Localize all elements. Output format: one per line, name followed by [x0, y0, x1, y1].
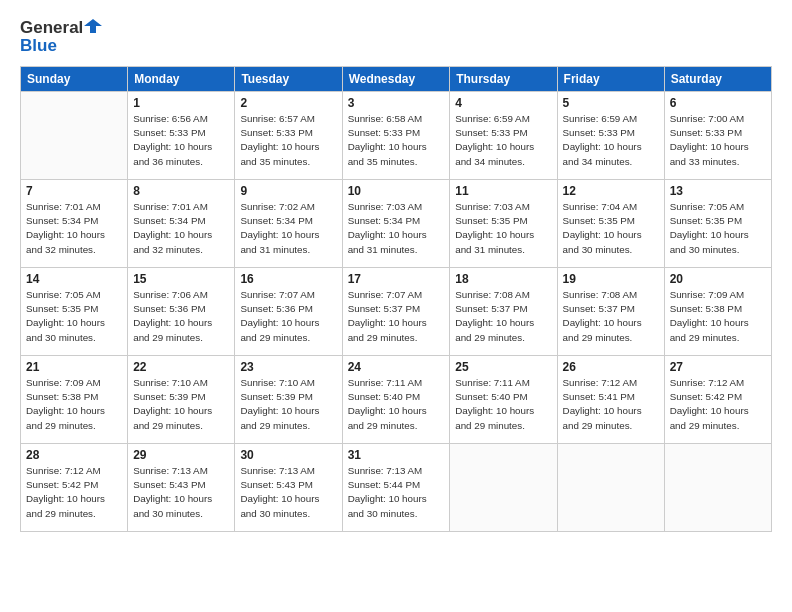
day-info: Sunrise: 6:59 AM Sunset: 5:33 PM Dayligh…: [563, 112, 659, 169]
calendar-cell: [664, 444, 771, 532]
col-header-thursday: Thursday: [450, 67, 557, 92]
day-number: 21: [26, 360, 122, 374]
calendar-cell: 6Sunrise: 7:00 AM Sunset: 5:33 PM Daylig…: [664, 92, 771, 180]
day-info: Sunrise: 7:12 AM Sunset: 5:41 PM Dayligh…: [563, 376, 659, 433]
day-info: Sunrise: 7:09 AM Sunset: 5:38 PM Dayligh…: [26, 376, 122, 433]
day-number: 17: [348, 272, 445, 286]
day-number: 16: [240, 272, 336, 286]
day-info: Sunrise: 7:04 AM Sunset: 5:35 PM Dayligh…: [563, 200, 659, 257]
col-header-saturday: Saturday: [664, 67, 771, 92]
calendar-cell: 28Sunrise: 7:12 AM Sunset: 5:42 PM Dayli…: [21, 444, 128, 532]
day-info: Sunrise: 7:12 AM Sunset: 5:42 PM Dayligh…: [670, 376, 766, 433]
day-number: 20: [670, 272, 766, 286]
week-row-3: 14Sunrise: 7:05 AM Sunset: 5:35 PM Dayli…: [21, 268, 772, 356]
day-info: Sunrise: 7:13 AM Sunset: 5:43 PM Dayligh…: [133, 464, 229, 521]
calendar-cell: 24Sunrise: 7:11 AM Sunset: 5:40 PM Dayli…: [342, 356, 450, 444]
day-number: 4: [455, 96, 551, 110]
logo-bird-icon: [84, 17, 102, 35]
day-number: 18: [455, 272, 551, 286]
day-number: 9: [240, 184, 336, 198]
calendar-cell: 1Sunrise: 6:56 AM Sunset: 5:33 PM Daylig…: [128, 92, 235, 180]
day-info: Sunrise: 7:08 AM Sunset: 5:37 PM Dayligh…: [455, 288, 551, 345]
calendar-cell: [450, 444, 557, 532]
day-number: 5: [563, 96, 659, 110]
week-row-5: 28Sunrise: 7:12 AM Sunset: 5:42 PM Dayli…: [21, 444, 772, 532]
day-info: Sunrise: 6:58 AM Sunset: 5:33 PM Dayligh…: [348, 112, 445, 169]
day-info: Sunrise: 7:03 AM Sunset: 5:34 PM Dayligh…: [348, 200, 445, 257]
day-number: 26: [563, 360, 659, 374]
logo-general: General: [20, 18, 83, 38]
day-number: 22: [133, 360, 229, 374]
week-row-2: 7Sunrise: 7:01 AM Sunset: 5:34 PM Daylig…: [21, 180, 772, 268]
day-info: Sunrise: 7:12 AM Sunset: 5:42 PM Dayligh…: [26, 464, 122, 521]
week-row-4: 21Sunrise: 7:09 AM Sunset: 5:38 PM Dayli…: [21, 356, 772, 444]
day-number: 10: [348, 184, 445, 198]
day-number: 7: [26, 184, 122, 198]
day-info: Sunrise: 7:10 AM Sunset: 5:39 PM Dayligh…: [240, 376, 336, 433]
calendar-cell: [557, 444, 664, 532]
day-number: 27: [670, 360, 766, 374]
day-info: Sunrise: 7:01 AM Sunset: 5:34 PM Dayligh…: [133, 200, 229, 257]
calendar-cell: 10Sunrise: 7:03 AM Sunset: 5:34 PM Dayli…: [342, 180, 450, 268]
day-number: 25: [455, 360, 551, 374]
col-header-monday: Monday: [128, 67, 235, 92]
calendar-cell: 7Sunrise: 7:01 AM Sunset: 5:34 PM Daylig…: [21, 180, 128, 268]
calendar-cell: 19Sunrise: 7:08 AM Sunset: 5:37 PM Dayli…: [557, 268, 664, 356]
calendar-cell: 12Sunrise: 7:04 AM Sunset: 5:35 PM Dayli…: [557, 180, 664, 268]
calendar-cell: 11Sunrise: 7:03 AM Sunset: 5:35 PM Dayli…: [450, 180, 557, 268]
calendar-cell: 13Sunrise: 7:05 AM Sunset: 5:35 PM Dayli…: [664, 180, 771, 268]
calendar-cell: 5Sunrise: 6:59 AM Sunset: 5:33 PM Daylig…: [557, 92, 664, 180]
header: General Blue: [20, 18, 772, 56]
day-info: Sunrise: 7:13 AM Sunset: 5:44 PM Dayligh…: [348, 464, 445, 521]
calendar-header-row: SundayMondayTuesdayWednesdayThursdayFrid…: [21, 67, 772, 92]
calendar-cell: 29Sunrise: 7:13 AM Sunset: 5:43 PM Dayli…: [128, 444, 235, 532]
day-number: 6: [670, 96, 766, 110]
calendar-cell: 15Sunrise: 7:06 AM Sunset: 5:36 PM Dayli…: [128, 268, 235, 356]
day-number: 19: [563, 272, 659, 286]
calendar-cell: 16Sunrise: 7:07 AM Sunset: 5:36 PM Dayli…: [235, 268, 342, 356]
day-number: 29: [133, 448, 229, 462]
day-number: 8: [133, 184, 229, 198]
calendar-cell: 25Sunrise: 7:11 AM Sunset: 5:40 PM Dayli…: [450, 356, 557, 444]
day-number: 3: [348, 96, 445, 110]
calendar-cell: 22Sunrise: 7:10 AM Sunset: 5:39 PM Dayli…: [128, 356, 235, 444]
calendar-cell: 14Sunrise: 7:05 AM Sunset: 5:35 PM Dayli…: [21, 268, 128, 356]
day-info: Sunrise: 7:05 AM Sunset: 5:35 PM Dayligh…: [670, 200, 766, 257]
day-info: Sunrise: 7:09 AM Sunset: 5:38 PM Dayligh…: [670, 288, 766, 345]
calendar-cell: 26Sunrise: 7:12 AM Sunset: 5:41 PM Dayli…: [557, 356, 664, 444]
calendar-cell: 18Sunrise: 7:08 AM Sunset: 5:37 PM Dayli…: [450, 268, 557, 356]
svg-marker-0: [84, 19, 102, 33]
calendar-cell: 20Sunrise: 7:09 AM Sunset: 5:38 PM Dayli…: [664, 268, 771, 356]
day-info: Sunrise: 7:06 AM Sunset: 5:36 PM Dayligh…: [133, 288, 229, 345]
calendar-cell: 8Sunrise: 7:01 AM Sunset: 5:34 PM Daylig…: [128, 180, 235, 268]
day-info: Sunrise: 7:07 AM Sunset: 5:37 PM Dayligh…: [348, 288, 445, 345]
calendar-cell: 21Sunrise: 7:09 AM Sunset: 5:38 PM Dayli…: [21, 356, 128, 444]
logo-blue: Blue: [20, 36, 57, 56]
day-info: Sunrise: 6:57 AM Sunset: 5:33 PM Dayligh…: [240, 112, 336, 169]
day-number: 11: [455, 184, 551, 198]
day-info: Sunrise: 7:11 AM Sunset: 5:40 PM Dayligh…: [455, 376, 551, 433]
day-number: 28: [26, 448, 122, 462]
day-number: 1: [133, 96, 229, 110]
page: General Blue SundayMondayTuesdayWednesda…: [0, 0, 792, 612]
calendar-cell: 2Sunrise: 6:57 AM Sunset: 5:33 PM Daylig…: [235, 92, 342, 180]
col-header-friday: Friday: [557, 67, 664, 92]
calendar-cell: 17Sunrise: 7:07 AM Sunset: 5:37 PM Dayli…: [342, 268, 450, 356]
day-number: 24: [348, 360, 445, 374]
day-info: Sunrise: 7:05 AM Sunset: 5:35 PM Dayligh…: [26, 288, 122, 345]
day-info: Sunrise: 7:03 AM Sunset: 5:35 PM Dayligh…: [455, 200, 551, 257]
day-number: 14: [26, 272, 122, 286]
col-header-wednesday: Wednesday: [342, 67, 450, 92]
day-number: 13: [670, 184, 766, 198]
col-header-tuesday: Tuesday: [235, 67, 342, 92]
day-number: 31: [348, 448, 445, 462]
day-number: 12: [563, 184, 659, 198]
day-info: Sunrise: 7:11 AM Sunset: 5:40 PM Dayligh…: [348, 376, 445, 433]
calendar-cell: 27Sunrise: 7:12 AM Sunset: 5:42 PM Dayli…: [664, 356, 771, 444]
day-info: Sunrise: 7:01 AM Sunset: 5:34 PM Dayligh…: [26, 200, 122, 257]
day-number: 15: [133, 272, 229, 286]
calendar-cell: 30Sunrise: 7:13 AM Sunset: 5:43 PM Dayli…: [235, 444, 342, 532]
calendar-cell: 4Sunrise: 6:59 AM Sunset: 5:33 PM Daylig…: [450, 92, 557, 180]
day-info: Sunrise: 6:56 AM Sunset: 5:33 PM Dayligh…: [133, 112, 229, 169]
day-info: Sunrise: 7:00 AM Sunset: 5:33 PM Dayligh…: [670, 112, 766, 169]
